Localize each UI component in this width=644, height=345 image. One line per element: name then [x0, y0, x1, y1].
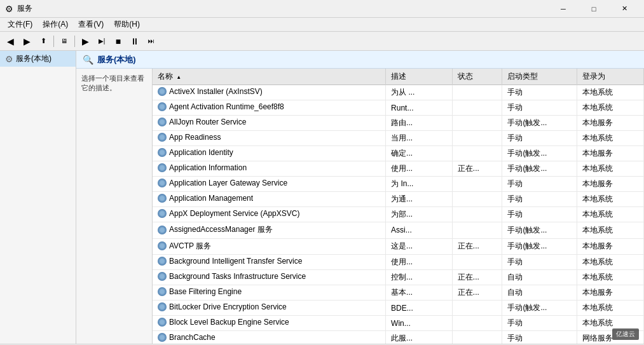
service-gear-icon [158, 241, 167, 250]
menu-bar: 文件(F) 操作(A) 查看(V) 帮助(H) [0, 18, 644, 32]
table-row[interactable]: Application Layer Gateway Service为 In...… [153, 177, 644, 192]
toolbar-play[interactable]: ▶ [78, 34, 93, 49]
table-row[interactable]: Application Management为通...手动本地系统 [153, 192, 644, 207]
cell-startup: 手动 [502, 207, 577, 222]
table-row[interactable]: Background Intelligent Transfer Service使… [153, 255, 644, 270]
table-row[interactable]: Application Information使用...正在...手动(触发..… [153, 161, 644, 177]
menu-file[interactable]: 文件(F) [3, 18, 38, 31]
cell-startup: 手动 [502, 85, 577, 100]
col-header-status[interactable]: 状态 [452, 69, 502, 85]
cell-login: 本地系统 [577, 301, 644, 316]
cell-name: AVCTP 服务 [153, 238, 386, 255]
services-tbody: ActiveX Installer (AxInstSV)为从 ...手动本地系统… [153, 85, 644, 344]
table-container[interactable]: 名称 ▲ 描述 状态 启动类型 [153, 69, 644, 344]
cell-login: 本地系统 [577, 270, 644, 285]
table-row[interactable]: AssignedAccessManager 服务Assi...手动(触发...本… [153, 222, 644, 239]
service-gear-icon [158, 87, 167, 96]
service-gear-icon [158, 194, 167, 203]
minimize-button[interactable]: ─ [549, 0, 578, 18]
cell-desc: Assi... [386, 222, 453, 239]
toolbar-restart[interactable]: ⏭ [144, 34, 159, 49]
service-gear-icon [158, 133, 167, 142]
table-row[interactable]: ActiveX Installer (AxInstSV)为从 ...手动本地系统 [153, 85, 644, 100]
main-container: ⚙ 服务(本地) 🔍 服务(本地) 选择一个项目来查看它的描述。 [0, 51, 644, 344]
col-header-name[interactable]: 名称 ▲ [153, 69, 386, 85]
toolbar-back[interactable]: ◀ [3, 34, 18, 49]
table-row[interactable]: Agent Activation Runtime_6eef8f8Runt...手… [153, 100, 644, 116]
table-row[interactable]: Application Identity确定...手动(触发...本地服务 [153, 146, 644, 161]
cell-login: 本地系统 [577, 161, 644, 177]
toolbar-play-next[interactable]: ▶| [94, 34, 109, 49]
service-name-text: Base Filtering Engine [169, 287, 242, 296]
service-name-text: BranchCache [169, 333, 216, 342]
toolbar-up[interactable]: ⬆ [36, 34, 51, 49]
cell-startup: 手动(触发... [502, 116, 577, 131]
cell-desc: 控制... [386, 270, 453, 285]
service-gear-icon [158, 257, 167, 266]
cell-login: 本地系统 [577, 222, 644, 239]
toolbar-stop[interactable]: ■ [111, 34, 126, 49]
description-text: 选择一个项目来查看它的描述。 [81, 74, 144, 91]
sidebar-item-local-services[interactable]: ⚙ 服务(本地) [0, 51, 76, 67]
table-row[interactable]: AVCTP 服务这是...正在...手动(触发...本地服务 [153, 238, 644, 255]
table-row[interactable]: AllJoyn Router Service路由...手动(触发...本地服务 [153, 116, 644, 131]
menu-view[interactable]: 查看(V) [73, 18, 109, 31]
cell-name: Application Layer Gateway Service [153, 177, 386, 192]
cell-desc: 确定... [386, 146, 453, 161]
service-name-text: BitLocker Drive Encryption Service [169, 302, 287, 311]
menu-help[interactable]: 帮助(H) [109, 18, 145, 31]
sort-arrow: ▲ [176, 74, 181, 80]
cell-startup: 手动(触发... [502, 301, 577, 316]
service-gear-icon [158, 209, 167, 218]
toolbar-pause[interactable]: ⏸ [127, 34, 142, 49]
cell-startup: 手动 [502, 316, 577, 331]
cell-startup: 手动(触发... [502, 146, 577, 161]
table-row[interactable]: Background Tasks Infrastructure Service控… [153, 270, 644, 285]
service-gear-icon [158, 287, 167, 296]
cell-status [452, 192, 502, 207]
cell-startup: 手动 [502, 131, 577, 146]
cell-desc: 使用... [386, 255, 453, 270]
cell-name: Application Identity [153, 146, 386, 161]
maximize-button[interactable]: □ [579, 0, 608, 18]
service-gear-icon [158, 272, 167, 281]
table-row[interactable]: AppX Deployment Service (AppXSVC)为部...手动… [153, 207, 644, 222]
table-row[interactable]: App Readiness当用...手动本地系统 [153, 131, 644, 146]
window-icon: ⚙ [5, 4, 13, 14]
service-gear-icon [158, 118, 167, 126]
cell-status: 正在... [452, 161, 502, 177]
menu-action[interactable]: 操作(A) [38, 18, 73, 31]
cell-login: 本地系统 [577, 85, 644, 100]
sidebar-item-label: 服务(本地) [16, 53, 51, 64]
service-name-text: AllJoyn Router Service [169, 118, 246, 126]
col-header-startup[interactable]: 启动类型 [502, 69, 577, 85]
toolbar: ◀ ▶ ⬆ 🖥 ▶ ▶| ■ ⏸ ⏭ [0, 32, 644, 51]
cell-status [452, 331, 502, 344]
table-row[interactable]: BitLocker Drive Encryption ServiceBDE...… [153, 301, 644, 316]
close-button[interactable]: ✕ [610, 0, 639, 18]
cell-desc: 为通... [386, 192, 453, 207]
watermark: 亿速云 [612, 328, 639, 340]
table-row[interactable]: BranchCache此服...手动网络服务 [153, 331, 644, 344]
service-name-text: Application Layer Gateway Service [169, 179, 287, 187]
title-bar-controls: ─ □ ✕ [549, 0, 639, 18]
cell-startup: 自动 [502, 285, 577, 301]
service-gear-icon [158, 148, 167, 157]
cell-name: ActiveX Installer (AxInstSV) [153, 85, 386, 100]
cell-desc: 路由... [386, 116, 453, 131]
col-header-desc[interactable]: 描述 [386, 69, 453, 85]
services-table: 名称 ▲ 描述 状态 启动类型 [153, 69, 644, 344]
cell-startup: 手动 [502, 331, 577, 344]
service-name-text: Background Tasks Infrastructure Service [169, 272, 306, 281]
cell-status [452, 131, 502, 146]
col-header-login[interactable]: 登录为 [577, 69, 644, 85]
table-row[interactable]: Base Filtering Engine基本...正在...自动本地服务 [153, 285, 644, 301]
table-row[interactable]: Block Level Backup Engine ServiceWin...手… [153, 316, 644, 331]
toolbar-computer[interactable]: 🖥 [57, 34, 72, 49]
service-name-text: AssignedAccessManager 服务 [169, 224, 273, 235]
toolbar-forward[interactable]: ▶ [19, 34, 34, 49]
cell-status [452, 222, 502, 239]
cell-desc: 为 In... [386, 177, 453, 192]
cell-desc: 为部... [386, 207, 453, 222]
cell-name: BranchCache [153, 331, 386, 344]
